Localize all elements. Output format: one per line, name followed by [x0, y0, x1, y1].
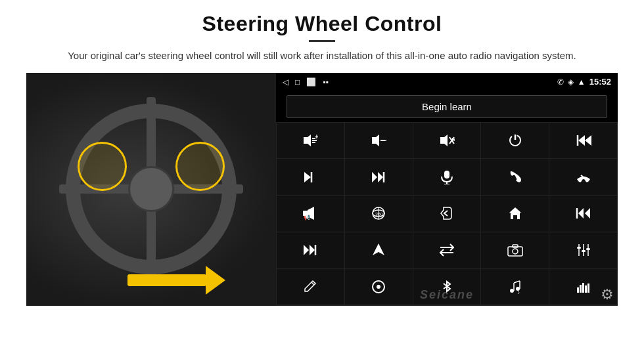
svg-rect-43: [513, 245, 518, 247]
page-wrapper: Steering Wheel Control Your original car…: [0, 0, 644, 357]
arrow-head: [206, 266, 225, 295]
grid-rewind[interactable]: [549, 196, 617, 232]
grid-pen[interactable]: [277, 269, 344, 305]
svg-rect-22: [444, 171, 449, 178]
svg-text:♪: ♪: [517, 289, 520, 294]
svg-rect-48: [582, 250, 586, 252]
status-left: ◁ □ ⬜ ▪▪: [283, 77, 329, 87]
grid-vol-up[interactable]: +: [277, 123, 344, 159]
grid-fast-forward[interactable]: [345, 159, 413, 195]
svg-point-53: [510, 289, 514, 293]
begin-learn-bar: Begin learn: [276, 91, 618, 122]
back-icon[interactable]: ◁: [283, 77, 288, 87]
grid-home[interactable]: [481, 196, 549, 232]
grid-end-call[interactable]: [549, 159, 617, 195]
grid-music[interactable]: ♪: [481, 269, 549, 305]
location-status-icon: ◈: [568, 77, 574, 87]
grid-swap[interactable]: [413, 232, 481, 268]
svg-text:−: −: [383, 136, 386, 145]
svg-marker-33: [509, 207, 521, 219]
time-display: 15:52: [589, 77, 611, 87]
yellow-circle-left: [78, 142, 127, 191]
sw-center-hub: [128, 166, 174, 212]
grid-skip-next[interactable]: [277, 159, 344, 195]
title-underline: [309, 40, 335, 42]
svg-point-52: [377, 285, 380, 289]
begin-learn-button[interactable]: Begin learn: [287, 95, 607, 118]
svg-line-50: [311, 282, 314, 285]
signal-icon: ▪▪: [323, 77, 329, 87]
svg-marker-35: [585, 208, 590, 219]
wifi-status-icon: ▲: [578, 77, 586, 87]
svg-marker-20: [378, 172, 383, 182]
status-right: ✆ ◈ ▲ 15:52: [557, 77, 611, 87]
svg-marker-8: [440, 135, 448, 146]
svg-marker-40: [373, 243, 384, 255]
gear-icon[interactable]: ⚙: [601, 286, 614, 303]
svg-marker-19: [372, 172, 377, 182]
title-section: Steering Wheel Control Your original car…: [26, 12, 618, 73]
grid-mute[interactable]: ✕: [413, 123, 481, 159]
svg-text:✕: ✕: [451, 136, 455, 144]
svg-marker-16: [585, 135, 591, 146]
home-icon[interactable]: □: [295, 77, 300, 87]
svg-point-42: [513, 249, 518, 254]
grid-prev-track[interactable]: [549, 123, 617, 159]
svg-marker-17: [304, 172, 311, 182]
svg-text:360°: 360°: [375, 212, 385, 217]
grid-equalizer-sliders[interactable]: [549, 232, 617, 268]
svg-rect-63: [587, 284, 589, 293]
phone-status-icon: ✆: [557, 77, 564, 87]
hud-panel: ◁ □ ⬜ ▪▪ ✆ ◈ ▲ 15:52 Begin learn: [276, 73, 618, 306]
grid-circle-btn[interactable]: [345, 269, 413, 305]
recent-icon[interactable]: ⬜: [306, 77, 316, 87]
status-bar: ◁ □ ⬜ ▪▪ ✆ ◈ ▲ 15:52: [276, 73, 618, 91]
grid-vol-down[interactable]: −: [345, 123, 413, 159]
yellow-circle-right: [175, 142, 225, 191]
svg-rect-41: [508, 247, 522, 256]
svg-rect-59: [577, 287, 579, 293]
grid-power[interactable]: [481, 123, 549, 159]
grid-speaker[interactable]: 📢: [277, 196, 344, 232]
grid-nav[interactable]: [345, 232, 413, 268]
svg-marker-0: [304, 135, 311, 146]
svg-line-57: [514, 281, 520, 283]
subtitle-text: Your original car's steering wheel contr…: [66, 49, 578, 64]
content-row: ◁ □ ⬜ ▪▪ ✆ ◈ ▲ 15:52 Begin learn: [26, 73, 618, 306]
yellow-arrow: [127, 274, 206, 286]
grid-mic[interactable]: [413, 159, 481, 195]
svg-rect-62: [585, 285, 587, 293]
grid-camera[interactable]: [481, 232, 549, 268]
grid-skip-forward[interactable]: [277, 232, 344, 268]
grid-call[interactable]: [481, 159, 549, 195]
svg-text:+: +: [315, 134, 318, 140]
svg-marker-5: [372, 135, 379, 146]
svg-rect-61: [582, 283, 584, 293]
svg-text:📢: 📢: [304, 214, 310, 220]
svg-rect-60: [580, 285, 582, 293]
page-title: Steering Wheel Control: [26, 12, 618, 36]
grid-bluetooth[interactable]: [413, 269, 481, 305]
steering-wheel: [59, 97, 243, 281]
icon-grid: + − ✕: [276, 122, 618, 306]
grid-back[interactable]: [413, 196, 481, 232]
arrow-body: [127, 274, 206, 286]
svg-marker-37: [304, 245, 309, 255]
svg-rect-47: [577, 247, 581, 249]
photo-panel: [26, 73, 276, 306]
svg-marker-34: [578, 208, 584, 219]
svg-marker-38: [310, 245, 315, 255]
svg-rect-49: [586, 248, 590, 250]
svg-marker-14: [578, 135, 585, 146]
steering-wheel-bg: [26, 73, 276, 306]
grid-360[interactable]: 360°: [345, 196, 413, 232]
